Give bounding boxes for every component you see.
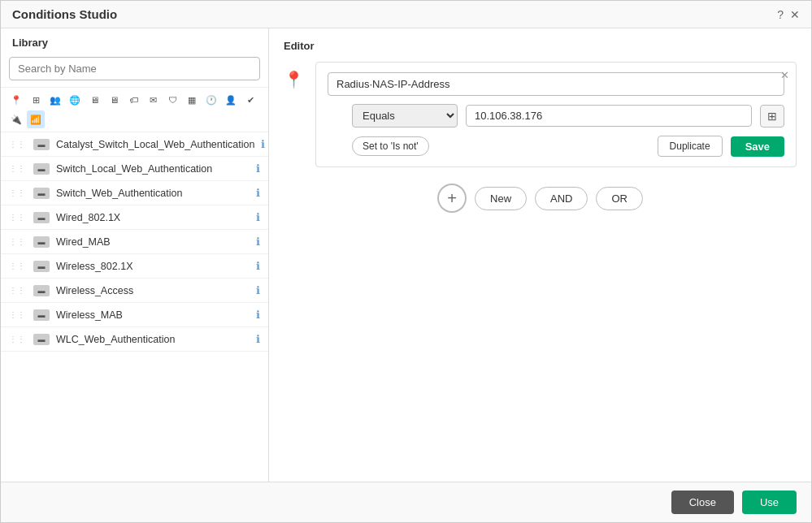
add-and-button[interactable]: AND: [535, 187, 588, 210]
drag-handle-icon: ⋮⋮: [9, 262, 25, 270]
editor-card-close-icon[interactable]: ✕: [780, 69, 789, 81]
equals-select[interactable]: Equals Not Equals Contains Starts With E…: [352, 104, 458, 128]
add-condition-row: + New AND OR: [284, 184, 797, 213]
info-icon[interactable]: ℹ: [261, 138, 265, 150]
item-type-icon: ▬: [33, 334, 50, 345]
editor-panel: Editor 📍 ✕ Equals: [269, 28, 811, 482]
conditions-studio-modal: Conditions Studio ? ✕ Library 📍 ⊞ 👥 🌐 🖥 …: [0, 0, 812, 523]
filter-desktop-icon[interactable]: 🖥: [85, 91, 103, 109]
info-icon[interactable]: ℹ: [256, 309, 260, 321]
list-item[interactable]: ⋮⋮ ▬ Switch_Web_Authentication ℹ: [1, 181, 268, 205]
list-item[interactable]: ⋮⋮ ▬ Wireless_Access ℹ: [1, 279, 268, 303]
search-input[interactable]: [9, 57, 260, 80]
item-name: WLC_Web_Authentication: [56, 334, 250, 345]
info-icon[interactable]: ℹ: [256, 211, 260, 223]
filter-monitor-icon[interactable]: 🖥: [105, 91, 123, 109]
info-icon[interactable]: ℹ: [256, 333, 260, 345]
list-item[interactable]: ⋮⋮ ▬ Catalyst_Switch_Local_Web_Authentic…: [1, 132, 268, 157]
editor-card-top: [328, 72, 784, 96]
info-icon[interactable]: ℹ: [256, 162, 260, 175]
filter-table-icon[interactable]: ▦: [183, 91, 201, 109]
drag-handle-icon: ⋮⋮: [9, 213, 25, 222]
info-icon[interactable]: ℹ: [256, 284, 260, 296]
drag-handle-icon: ⋮⋮: [9, 140, 25, 149]
footer-close-button[interactable]: Close: [671, 491, 734, 514]
item-type-icon: ▬: [33, 188, 50, 199]
add-circle-button[interactable]: +: [437, 184, 467, 213]
filter-plug-icon[interactable]: 🔌: [7, 110, 25, 128]
save-button[interactable]: Save: [731, 136, 784, 157]
modal-body: Library 📍 ⊞ 👥 🌐 🖥 🖥 🏷 ✉ 🛡 ▦ 🕐 👤 ✔ 🔌 📶: [1, 28, 811, 482]
drag-handle-icon: ⋮⋮: [9, 310, 25, 319]
filter-shield-icon[interactable]: 🛡: [163, 91, 181, 109]
icon-toolbar: 📍 ⊞ 👥 🌐 🖥 🖥 🏷 ✉ 🛡 ▦ 🕐 👤 ✔ 🔌 📶: [1, 87, 268, 132]
help-icon[interactable]: ?: [777, 8, 784, 21]
item-type-icon: ▬: [33, 163, 50, 175]
item-type-icon: ▬: [33, 139, 50, 150]
modal-header: Conditions Studio ? ✕: [1, 1, 811, 28]
item-name: Switch_Local_Web_Authentication: [56, 163, 250, 175]
item-name: Wired_MAB: [56, 236, 250, 248]
modal-footer: Close Use: [1, 482, 811, 522]
item-type-icon: ▬: [33, 261, 50, 272]
footer-use-button[interactable]: Use: [742, 491, 797, 514]
list-item[interactable]: ⋮⋮ ▬ Wireless_802.1X ℹ: [1, 254, 268, 279]
item-name: Wireless_MAB: [56, 309, 250, 321]
close-icon[interactable]: ✕: [790, 8, 800, 21]
drag-handle-icon: ⋮⋮: [9, 237, 25, 246]
filter-user-icon[interactable]: 👤: [222, 91, 240, 109]
grid-picker-button[interactable]: ⊞: [760, 105, 784, 128]
add-new-button[interactable]: New: [475, 187, 527, 210]
library-panel: Library 📍 ⊞ 👥 🌐 🖥 🖥 🏷 ✉ 🛡 ▦ 🕐 👤 ✔ 🔌 📶: [1, 28, 269, 482]
item-name: Catalyst_Switch_Local_Web_Authentication: [56, 139, 254, 150]
editor-location-icon: 📍: [284, 71, 304, 89]
list-item[interactable]: ⋮⋮ ▬ Switch_Local_Web_Authentication ℹ: [1, 157, 268, 181]
list-item[interactable]: ⋮⋮ ▬ Wireless_MAB ℹ: [1, 303, 268, 327]
info-icon[interactable]: ℹ: [256, 260, 260, 272]
item-name: Switch_Web_Authentication: [56, 188, 250, 199]
library-title: Library: [1, 28, 268, 52]
add-or-button[interactable]: OR: [596, 187, 643, 210]
info-icon[interactable]: ℹ: [256, 236, 260, 248]
filter-grid-icon[interactable]: ⊞: [27, 91, 45, 109]
filter-check-icon[interactable]: ✔: [241, 91, 259, 109]
item-name: Wireless_802.1X: [56, 261, 250, 272]
editor-title: Editor: [284, 40, 797, 52]
item-type-icon: ▬: [33, 309, 50, 321]
header-icons: ? ✕: [777, 8, 800, 21]
editor-value-row: Equals Not Equals Contains Starts With E…: [352, 104, 784, 128]
list-item[interactable]: ⋮⋮ ▬ WLC_Web_Authentication ℹ: [1, 327, 268, 352]
attribute-name-input[interactable]: [328, 72, 784, 96]
item-type-icon: ▬: [33, 236, 50, 248]
item-name: Wireless_Access: [56, 285, 250, 296]
list-item[interactable]: ⋮⋮ ▬ Wired_802.1X ℹ: [1, 205, 268, 230]
set-is-not-button[interactable]: Set to 'Is not': [352, 136, 429, 156]
item-type-icon: ▬: [33, 285, 50, 296]
drag-handle-icon: ⋮⋮: [9, 188, 25, 197]
editor-actions-row: Set to 'Is not' Duplicate Save: [352, 136, 784, 157]
library-list: ⋮⋮ ▬ Catalyst_Switch_Local_Web_Authentic…: [1, 132, 268, 482]
value-input[interactable]: [466, 105, 752, 127]
drag-handle-icon: ⋮⋮: [9, 164, 25, 173]
modal-title: Conditions Studio: [12, 7, 117, 21]
filter-group-icon[interactable]: 👥: [46, 91, 64, 109]
filter-clock-icon[interactable]: 🕐: [202, 91, 220, 109]
drag-handle-icon: ⋮⋮: [9, 286, 25, 295]
filter-globe-icon[interactable]: 🌐: [66, 91, 84, 109]
info-icon[interactable]: ℹ: [256, 187, 260, 199]
filter-location-icon[interactable]: 📍: [7, 91, 25, 109]
duplicate-button[interactable]: Duplicate: [658, 136, 723, 157]
filter-tag-icon[interactable]: 🏷: [124, 91, 142, 109]
filter-wifi-icon[interactable]: 📶: [27, 110, 45, 128]
item-type-icon: ▬: [33, 212, 50, 223]
item-name: Wired_802.1X: [56, 212, 250, 223]
filter-email-icon[interactable]: ✉: [144, 91, 162, 109]
list-item[interactable]: ⋮⋮ ▬ Wired_MAB ℹ: [1, 230, 268, 254]
drag-handle-icon: ⋮⋮: [9, 335, 25, 344]
